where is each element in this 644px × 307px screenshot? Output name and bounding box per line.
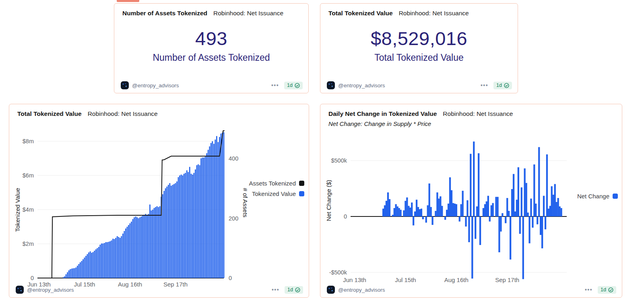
bar xyxy=(135,216,136,278)
bar xyxy=(223,132,225,278)
x-tick-label: Jul 15th xyxy=(395,276,416,283)
bar xyxy=(384,205,386,216)
freshness-badge[interactable]: 1d xyxy=(598,286,616,294)
bar xyxy=(184,174,185,278)
bar xyxy=(222,133,223,278)
freshness-badge[interactable]: 1d xyxy=(493,82,512,89)
y-tick-label: $2m xyxy=(23,241,34,247)
bar xyxy=(468,216,470,242)
legend-label: Net Change xyxy=(577,193,609,200)
bar xyxy=(452,203,454,216)
author-handle[interactable]: @entropy_advisors xyxy=(16,286,74,294)
more-menu-icon[interactable]: ••• xyxy=(481,82,488,88)
bar xyxy=(87,254,88,278)
bar xyxy=(199,165,200,278)
bar xyxy=(71,269,72,278)
legend-label: Assets Tokenized xyxy=(249,180,296,187)
bar xyxy=(139,217,140,278)
y2-tick-label: 0 xyxy=(229,275,232,281)
card-footer: @entropy_advisors ••• 1d xyxy=(16,286,303,294)
bar xyxy=(487,196,489,216)
bar xyxy=(556,202,557,216)
bar xyxy=(185,173,186,278)
bar xyxy=(84,258,85,278)
bar xyxy=(101,243,102,278)
more-menu-icon[interactable]: ••• xyxy=(271,82,279,88)
bar xyxy=(70,269,71,278)
more-menu-icon[interactable]: ••• xyxy=(272,287,279,293)
author-handle[interactable]: @entropy_advisors xyxy=(327,286,385,294)
bar xyxy=(440,196,441,216)
bar xyxy=(80,262,81,278)
kpi-value: 493 xyxy=(195,27,227,49)
card-title: Total Tokenized Value xyxy=(328,10,393,17)
bar xyxy=(88,252,89,278)
bar xyxy=(548,209,549,217)
bar xyxy=(549,206,551,216)
bar xyxy=(176,181,178,278)
bar xyxy=(158,207,159,278)
y-tick-label: -$500k xyxy=(329,269,347,276)
bar xyxy=(446,210,448,216)
bar xyxy=(505,216,506,223)
legend-item-tokenized-value[interactable]: Tokenized Value xyxy=(252,190,304,197)
bar xyxy=(518,167,519,216)
bar xyxy=(186,170,188,278)
bar xyxy=(141,216,142,278)
more-menu-icon[interactable]: ••• xyxy=(585,287,592,293)
kpi-label: Total Tokenized Value xyxy=(374,52,464,63)
y-axis-title: Net Change ($) xyxy=(325,180,332,221)
bar xyxy=(400,210,401,216)
bar xyxy=(397,206,398,216)
bar xyxy=(100,245,101,278)
bar xyxy=(557,198,559,216)
bar xyxy=(218,142,219,278)
freshness-badge[interactable]: 1d xyxy=(284,82,303,89)
bar xyxy=(178,177,179,278)
bar xyxy=(64,276,65,278)
tokenized-value-chart[interactable]: $8m$6m$4m$2m04002000Jun 13thJul 15thAug … xyxy=(9,104,309,297)
bar xyxy=(532,216,533,228)
bar xyxy=(121,236,122,278)
freshness-badge[interactable]: 1d xyxy=(285,286,303,294)
freshness-label: 1d xyxy=(601,287,606,293)
bar xyxy=(519,216,521,234)
bar xyxy=(154,208,155,278)
bar xyxy=(219,137,220,278)
bar xyxy=(163,191,165,278)
bar xyxy=(553,195,554,216)
kpi-counter: $8,529,016 Total Tokenized Value xyxy=(320,19,518,71)
bar xyxy=(535,204,537,216)
bar xyxy=(411,202,413,216)
card-header: Total Tokenized Value Robinhood: Net Iss… xyxy=(328,10,511,17)
bar xyxy=(211,143,212,278)
cropped-card-edge xyxy=(117,0,139,2)
bar xyxy=(136,217,138,278)
bar xyxy=(175,183,176,278)
bar xyxy=(98,247,99,278)
net-change-chart[interactable]: $500k0-$500kJun 13thJul 15thAug 16thSep … xyxy=(320,104,622,297)
bar xyxy=(497,197,498,216)
bar xyxy=(63,277,64,278)
bar xyxy=(429,183,430,216)
bar xyxy=(95,249,97,278)
bar xyxy=(221,134,222,278)
bar xyxy=(444,216,446,220)
bar xyxy=(117,236,118,278)
legend-item-assets-tokenized[interactable]: Assets Tokenized xyxy=(249,180,304,187)
bar xyxy=(90,251,91,278)
y-tick-label: 0 xyxy=(344,213,347,220)
bar xyxy=(169,183,171,278)
bar xyxy=(431,216,433,225)
card-subtitle: Robinhood: Net Issuance xyxy=(399,10,469,17)
bar xyxy=(543,196,545,216)
legend-item-net-change[interactable]: Net Change xyxy=(577,193,618,200)
author-handle[interactable]: @entropy_advisors xyxy=(121,81,179,89)
author-handle[interactable]: @entropy_advisors xyxy=(327,81,385,89)
bar xyxy=(81,261,83,278)
bar xyxy=(530,199,532,217)
author-handle-label: @entropy_advisors xyxy=(338,287,385,293)
bar xyxy=(524,169,526,217)
bar xyxy=(138,218,139,278)
bar xyxy=(500,216,502,232)
